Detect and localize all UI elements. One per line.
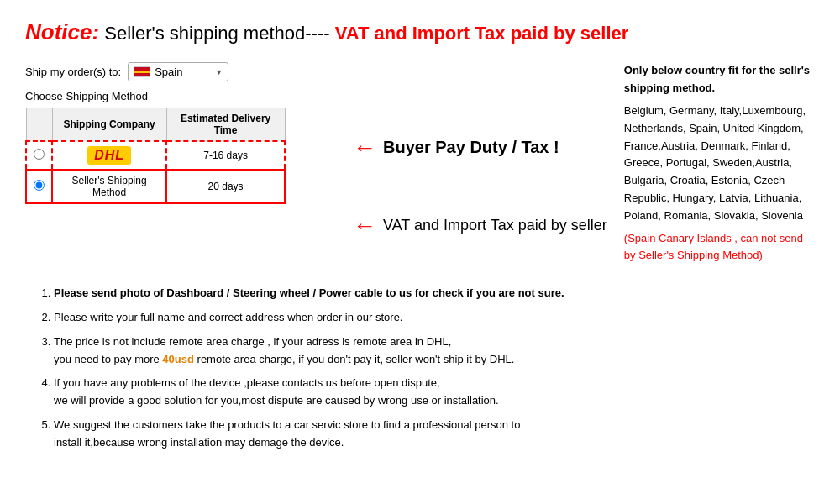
- list-item-3-text: The price is not include remote area cha…: [54, 335, 514, 365]
- ship-label: Ship my order(s) to:: [25, 66, 121, 78]
- instructions-list: Please send photo of Dashboard / Steerin…: [34, 285, 815, 451]
- ship-row: Ship my order(s) to: Spain ▼: [25, 62, 336, 81]
- radio-input-seller[interactable]: [34, 180, 45, 191]
- instructions-section: Please send photo of Dashboard / Steerin…: [25, 285, 815, 451]
- notice-vat-text: VAT and Import Tax paid by seller: [335, 23, 629, 44]
- left-panel: Ship my order(s) to: Spain ▼ Choose Ship…: [25, 62, 336, 265]
- fit-title: Only below country fit for the sellr's s…: [624, 62, 815, 97]
- col-delivery-header: Estimated Delivery Time: [166, 108, 285, 142]
- radio-dhl[interactable]: [26, 141, 52, 170]
- buyer-duty-text: Buyer Pay Duty / Tax !: [383, 138, 559, 157]
- col-company-header: Shipping Company: [52, 108, 166, 142]
- list-item-4-text: If you have any problems of the device ,…: [54, 376, 499, 407]
- list-item-1: Please send photo of Dashboard / Steerin…: [54, 285, 815, 302]
- dhl-delivery-time: 7-16 days: [166, 141, 285, 170]
- vat-annotation-text: VAT and Import Tax paid by seller: [383, 217, 607, 234]
- seller-delivery-time: 20 days: [166, 170, 285, 203]
- list-item-5-text: We suggest the customers take the produc…: [54, 418, 520, 449]
- dropdown-arrow-icon: ▼: [215, 68, 223, 76]
- shipping-table: Shipping Company Estimated Delivery Time…: [25, 108, 286, 204]
- radio-input-dhl[interactable]: [34, 149, 45, 160]
- spain-flag-icon: [134, 66, 150, 77]
- list-item-2: Please write your full name and correct …: [54, 309, 815, 327]
- list-item-3: The price is not include remote area cha…: [54, 333, 815, 369]
- countries-list: Belgium, Germany, Italy,Luxembourg, Neth…: [624, 102, 815, 225]
- price-highlight: 40usd: [162, 353, 194, 365]
- list-item-1-bold: Please send photo of Dashboard / Steerin…: [54, 286, 564, 299]
- radio-seller[interactable]: [26, 170, 52, 203]
- table-row-dhl: DHL 7-16 days: [26, 141, 285, 170]
- country-select[interactable]: Spain ▼: [128, 62, 228, 81]
- notice-label: Notice:: [25, 19, 99, 45]
- list-item-5: We suggest the customers take the produc…: [54, 417, 815, 452]
- arrow-left-icon-buyer: ←: [353, 136, 376, 160]
- list-item-4: If you have any problems of the device ,…: [54, 375, 815, 410]
- notice-middle: Seller's shipping method----: [104, 23, 334, 44]
- table-row-seller: Seller's Shipping Method 20 days: [26, 170, 285, 203]
- choose-method-label: Choose Shipping Method: [25, 90, 336, 102]
- dhl-logo-cell: DHL: [52, 141, 166, 170]
- col-radio-header: [26, 108, 52, 142]
- selected-country: Spain: [155, 66, 182, 78]
- canary-note: (Spain Canary Islands , can not send by …: [624, 230, 815, 265]
- annotations-panel: ← Buyer Pay Duty / Tax ! ← VAT and Impor…: [353, 62, 607, 265]
- dhl-logo: DHL: [87, 146, 131, 165]
- right-panel: Only below country fit for the sellr's s…: [624, 62, 815, 265]
- annotation-buyer: ← Buyer Pay Duty / Tax !: [353, 129, 607, 166]
- seller-company-name: Seller's Shipping Method: [52, 170, 166, 203]
- notice-header: Notice: Seller's shipping method---- VAT…: [25, 17, 815, 47]
- annotation-vat: ← VAT and Import Tax paid by seller: [353, 207, 607, 244]
- main-content: Ship my order(s) to: Spain ▼ Choose Ship…: [25, 62, 815, 265]
- list-item-2-text: Please write your full name and correct …: [54, 311, 402, 323]
- arrow-left-icon-vat: ←: [353, 214, 376, 238]
